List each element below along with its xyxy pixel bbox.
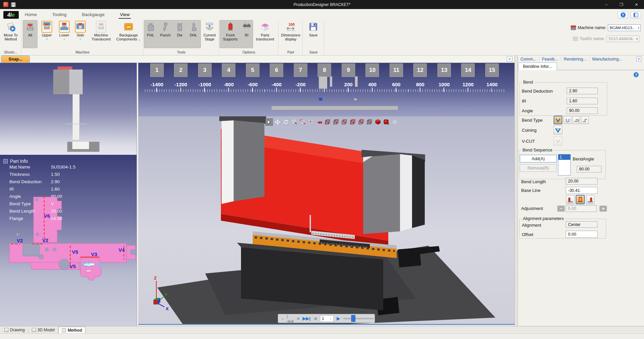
station-button-2[interactable]: 2: [174, 64, 187, 77]
restore-button[interactable]: ❐: [614, 0, 629, 9]
slider-thumb[interactable]: [351, 315, 355, 322]
station-button-7[interactable]: 7: [294, 64, 307, 77]
bendline-label-selected[interactable]: V1: [83, 260, 89, 265]
station-button-5[interactable]: 5: [246, 64, 259, 77]
bend-length-field[interactable]: 20.00: [566, 178, 597, 185]
baseline-center-button[interactable]: [576, 195, 585, 204]
mounted-tool-marker[interactable]: [330, 76, 332, 87]
bendline-label-selected[interactable]: V1: [96, 262, 102, 267]
bendline-label[interactable]: V3: [91, 251, 97, 257]
add-button[interactable]: Add(A): [520, 155, 557, 162]
panel-splitter[interactable]: [514, 55, 518, 326]
upper-button[interactable]: Upper ⌄: [38, 20, 56, 48]
chevron-down-icon[interactable]: ⌄: [46, 37, 48, 40]
station-button-9[interactable]: 9: [342, 64, 355, 77]
bendline-label[interactable]: V6: [44, 213, 50, 219]
bendline-label[interactable]: V2: [42, 237, 48, 243]
station-button-15[interactable]: 15: [485, 64, 499, 77]
tab-home[interactable]: Home: [23, 11, 38, 19]
station-button-12[interactable]: 12: [413, 64, 427, 77]
adjustment-plus-button[interactable]: +: [599, 206, 607, 212]
station-button-11[interactable]: 11: [390, 64, 403, 77]
parts-translucent-button[interactable]: Parts translucent: [252, 20, 278, 48]
station-button-4[interactable]: 4: [222, 64, 235, 77]
snap-dropdown-button[interactable]: ▾: [507, 56, 512, 62]
mounted-tool-marker[interactable]: [355, 76, 358, 87]
bend-angle-field[interactable]: 90.00: [577, 166, 601, 173]
view-front-button[interactable]: [324, 118, 331, 126]
tool-preview-pane[interactable]: [0, 63, 137, 155]
bi-button[interactable]: BI: [241, 20, 252, 48]
tab-bendline-information[interactable]: Bendline Infor...: [518, 63, 557, 70]
chevron-down-icon[interactable]: ⌄: [138, 38, 141, 41]
zoom-window-button[interactable]: [299, 118, 306, 126]
collapse-icon[interactable]: −: [3, 159, 8, 163]
offset-field[interactable]: 0.00: [566, 231, 597, 238]
tab-tooling[interactable]: Tooling: [51, 11, 68, 19]
view-left-button[interactable]: [341, 118, 348, 126]
sequence-list[interactable]: 1: [558, 154, 571, 176]
tab-overflow-button[interactable]: ▾: [636, 56, 641, 62]
dhl-button[interactable]: DHL: [186, 20, 201, 48]
tab-view[interactable]: View: [118, 11, 131, 19]
dimensions-display-button[interactable]: 100 Dimensions display: [279, 20, 302, 48]
ir-field[interactable]: 1.60: [567, 98, 598, 104]
coining-button[interactable]: [554, 126, 562, 134]
tab-backgauge[interactable]: Backgauge: [81, 11, 106, 19]
station-button-6[interactable]: 6: [270, 64, 283, 77]
step-back-button[interactable]: ◀: [314, 316, 317, 321]
move-down-button[interactable]: ↓: [281, 316, 284, 321]
machine-name-select[interactable]: BCAM-HG13...▾: [608, 24, 641, 31]
skip-to-end-button[interactable]: ▶▶|: [303, 316, 311, 321]
tab-drawing[interactable]: Drawing: [1, 327, 28, 333]
all-button[interactable]: All: [22, 20, 38, 48]
view-right-button[interactable]: [349, 118, 356, 126]
skip-to-start-button[interactable]: |◀◀: [287, 314, 294, 324]
tab-feasibility[interactable]: Feasib...: [539, 57, 561, 62]
adjustment-minus-button[interactable]: −: [557, 206, 565, 212]
previous-view-button[interactable]: ◀◀: [316, 118, 323, 126]
flat-pattern-view[interactable]: V6 V2 V2 V5 V5 V3 V4 V1 V1: [0, 195, 137, 326]
tab-manufacturing[interactable]: Manufacturing...: [589, 57, 625, 62]
minimize-button[interactable]: –: [599, 0, 614, 9]
station-button-8[interactable]: 8: [318, 64, 331, 77]
bend-type-hem-button[interactable]: [572, 116, 580, 124]
panel-help-button[interactable]: ?: [634, 72, 639, 77]
machine-translucent-button[interactable]: Machine Translucent: [88, 20, 114, 48]
tab-3d-model[interactable]: 3D Model: [28, 327, 58, 333]
bendline-label[interactable]: V4: [118, 247, 125, 253]
station-button-13[interactable]: 13: [437, 64, 451, 77]
bend-type-v-button[interactable]: [554, 116, 562, 124]
chevron-down-icon[interactable]: ⌄: [79, 37, 82, 40]
zoom-fit-button[interactable]: [307, 118, 315, 126]
tab-command[interactable]: Comm...: [518, 57, 539, 62]
help-button[interactable]: ?: [618, 11, 628, 18]
add-view-button[interactable]: [391, 118, 398, 126]
move-to-method-button[interactable]: Move To Method: [1, 20, 21, 48]
ruler-scrollbar[interactable]: [271, 106, 398, 110]
current-stage-button[interactable]: Current Stage: [201, 20, 218, 48]
play-button[interactable]: ▶: [337, 316, 340, 321]
manual-button[interactable]: [631, 11, 641, 18]
sequence-item[interactable]: 1: [558, 154, 570, 160]
pan-tool-button[interactable]: [274, 118, 281, 126]
view-bottom-button[interactable]: [366, 118, 373, 126]
app-logo[interactable]: 4ie: [3, 11, 19, 19]
quick-save-icon[interactable]: [11, 2, 16, 7]
view-shaded-button[interactable]: [383, 118, 390, 126]
tab-method[interactable]: Method: [58, 327, 86, 333]
select-tool-button[interactable]: [265, 118, 273, 126]
lower-button[interactable]: Lower ⌄: [56, 20, 73, 48]
baseline-left-button[interactable]: [566, 195, 574, 204]
rotate-tool-button[interactable]: [282, 118, 290, 126]
bend-type-u-button[interactable]: [564, 116, 571, 124]
backgauge-components-button[interactable]: Backgauge Components ⌄: [114, 20, 143, 48]
zoom-tool-button[interactable]: [291, 118, 298, 126]
mounted-tool-marker[interactable]: [319, 76, 327, 89]
tab-rendering[interactable]: Rendering...: [561, 57, 589, 62]
front-supports-button[interactable]: Front Supports: [220, 20, 241, 48]
bend-deduction-field[interactable]: 2.90: [567, 88, 598, 94]
viewport-3d[interactable]: Z Y X ◀◀ ↓ |◀◀ ■: [138, 116, 514, 325]
side-button[interactable]: Side ⌄: [73, 20, 88, 48]
frame-select[interactable]: 1⌄: [320, 315, 334, 322]
